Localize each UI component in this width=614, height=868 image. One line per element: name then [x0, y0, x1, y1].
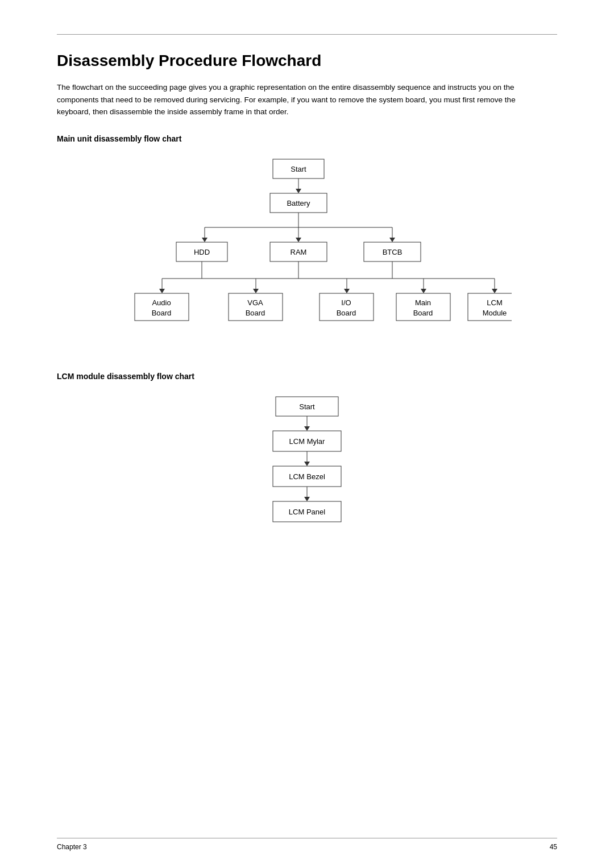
- footer-page-number: 45: [550, 843, 557, 851]
- footer-chapter: Chapter 3: [57, 843, 87, 851]
- svg-marker-29: [344, 289, 350, 293]
- svg-text:I/O: I/O: [341, 298, 351, 307]
- svg-text:Board: Board: [246, 309, 265, 317]
- svg-text:LCM: LCM: [487, 298, 502, 307]
- main-flowchart: Start Battery HDD: [57, 153, 557, 358]
- svg-marker-52: [304, 426, 310, 431]
- svg-text:Battery: Battery: [287, 199, 310, 207]
- main-flowchart-svg: Start Battery HDD: [102, 153, 512, 358]
- main-flowchart-heading: Main unit disassembly flow chart: [57, 134, 557, 143]
- svg-text:RAM: RAM: [291, 248, 307, 256]
- svg-marker-60: [304, 497, 310, 501]
- svg-text:Main: Main: [415, 298, 431, 307]
- footer: Chapter 3 45: [57, 838, 557, 851]
- svg-text:Start: Start: [291, 165, 306, 173]
- lcm-flowchart: Start LCM Mylar LCM Bezel LCM Panel: [57, 391, 557, 618]
- svg-marker-9: [202, 238, 208, 242]
- svg-text:LCM Mylar: LCM Mylar: [289, 437, 326, 446]
- svg-marker-3: [296, 189, 301, 193]
- lcm-flowchart-svg: Start LCM Mylar LCM Bezel LCM Panel: [193, 391, 421, 618]
- page: Disassembly Procedure Flowchard The flow…: [0, 0, 614, 868]
- lcm-flowchart-heading: LCM module disassembly flow chart: [57, 372, 557, 381]
- svg-marker-25: [159, 289, 165, 293]
- svg-text:Start: Start: [299, 402, 315, 411]
- svg-text:Board: Board: [413, 309, 433, 317]
- svg-marker-11: [296, 238, 301, 242]
- svg-marker-56: [304, 462, 310, 466]
- svg-marker-13: [389, 238, 395, 242]
- svg-marker-31: [421, 289, 426, 293]
- svg-text:LCM Bezel: LCM Bezel: [289, 472, 325, 481]
- svg-marker-27: [253, 289, 259, 293]
- page-title: Disassembly Procedure Flowchard: [57, 52, 557, 70]
- svg-text:Board: Board: [337, 309, 356, 317]
- svg-text:Module: Module: [483, 309, 507, 317]
- intro-text: The flowchart on the succeeding page giv…: [57, 81, 546, 118]
- svg-text:LCM Panel: LCM Panel: [289, 508, 325, 516]
- svg-text:HDD: HDD: [194, 248, 210, 256]
- svg-text:BTCB: BTCB: [383, 248, 403, 256]
- svg-text:Audio: Audio: [152, 298, 171, 307]
- svg-text:Board: Board: [152, 309, 172, 317]
- top-border: [57, 34, 557, 35]
- svg-marker-33: [492, 289, 497, 293]
- svg-text:VGA: VGA: [247, 298, 263, 307]
